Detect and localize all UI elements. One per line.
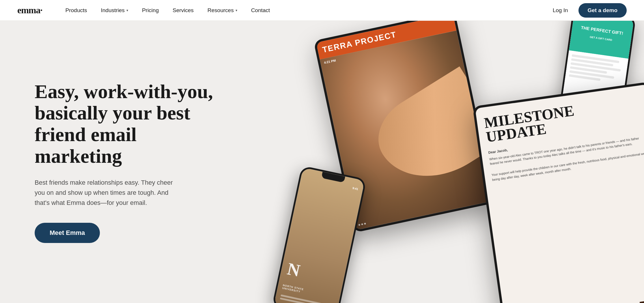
- hero-subtext: Best friends make relationships easy. Th…: [35, 177, 185, 208]
- phone-bottom-screen: 9:41 N NORTH STATEUNIVERSITY: [274, 168, 365, 303]
- nav-item-products[interactable]: Products: [66, 7, 87, 14]
- phone-bottom-letter: N: [285, 259, 302, 281]
- device-phone-bottom: 9:41 N NORTH STATEUNIVERSITY: [272, 166, 367, 303]
- hero-heading: Easy, work-with-you, basically your best…: [35, 81, 214, 167]
- hero-section: Easy, work-with-you, basically your best…: [0, 21, 644, 303]
- tablet-second-screen: MILESTONE UPDATE Dear Jacob, When six-ye…: [475, 84, 644, 303]
- hero-text-block: Easy, work-with-you, basically your best…: [35, 81, 214, 243]
- navigation: emma· Products Industries ▾ Pricing Serv…: [0, 0, 644, 21]
- phone-bottom-content: 9:41 N NORTH STATEUNIVERSITY: [274, 168, 365, 303]
- login-link[interactable]: Log In: [553, 7, 568, 14]
- device-tablet-second: MILESTONE UPDATE Dear Jacob, When six-ye…: [473, 82, 644, 303]
- nav-item-resources[interactable]: Resources ▾: [208, 7, 237, 14]
- chevron-down-icon: ▾: [236, 8, 237, 12]
- brand-logo[interactable]: emma·: [17, 5, 42, 16]
- nav-item-pricing[interactable]: Pricing: [142, 7, 159, 14]
- demo-button[interactable]: Get a demo: [578, 3, 627, 18]
- nav-links: Products Industries ▾ Pricing Services R…: [66, 7, 553, 14]
- nav-item-contact[interactable]: Contact: [251, 7, 270, 14]
- nav-item-services[interactable]: Services: [173, 7, 194, 14]
- hero-visuals: TERRA PROJECT 4:21 PM: [286, 21, 644, 303]
- phone-bottom-org: NORTH STATEUNIVERSITY: [282, 284, 304, 294]
- phone-bottom-time: 9:41: [352, 186, 359, 191]
- nav-item-industries[interactable]: Industries ▾: [101, 7, 128, 14]
- tablet-second-content: MILESTONE UPDATE Dear Jacob, When six-ye…: [475, 84, 644, 303]
- phone-bottom-text-lines: [279, 294, 333, 303]
- chevron-down-icon: ▾: [126, 8, 128, 12]
- meet-emma-button[interactable]: Meet Emma: [35, 223, 100, 243]
- nav-actions: Log In Get a demo: [553, 3, 627, 18]
